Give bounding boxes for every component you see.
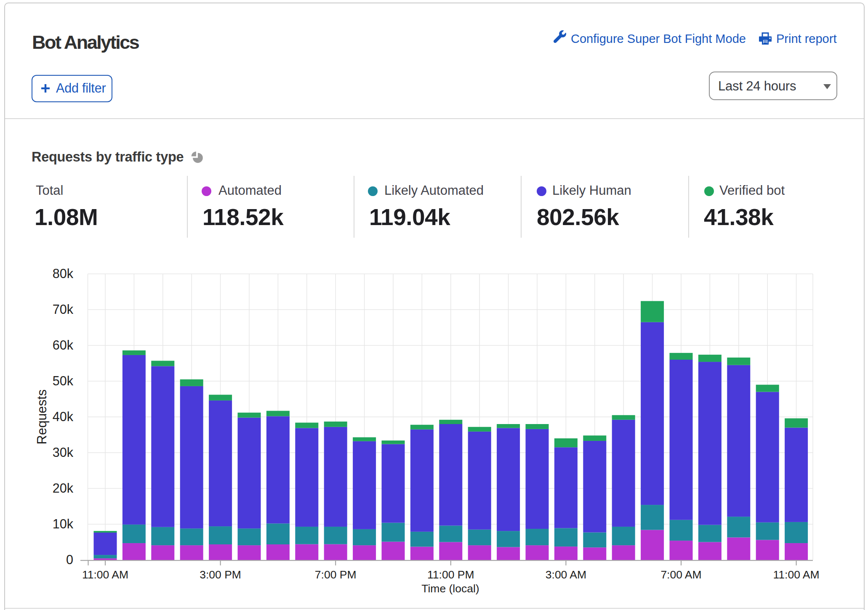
svg-text:11:00 AM: 11:00 AM xyxy=(82,568,128,581)
svg-text:10k: 10k xyxy=(53,517,74,531)
svg-text:3:00 AM: 3:00 AM xyxy=(546,568,586,581)
svg-text:11:00 AM: 11:00 AM xyxy=(773,568,820,581)
svg-text:30k: 30k xyxy=(53,445,74,459)
svg-text:60k: 60k xyxy=(53,338,74,352)
svg-text:Requests: Requests xyxy=(35,390,49,445)
svg-text:80k: 80k xyxy=(53,266,74,281)
svg-text:11:00 PM: 11:00 PM xyxy=(427,568,474,581)
svg-text:70k: 70k xyxy=(53,302,74,316)
svg-text:3:00 PM: 3:00 PM xyxy=(200,568,241,581)
svg-text:7:00 PM: 7:00 PM xyxy=(315,568,357,581)
svg-text:0: 0 xyxy=(66,552,73,567)
svg-text:Time (local): Time (local) xyxy=(421,582,479,595)
svg-text:7:00 AM: 7:00 AM xyxy=(660,568,701,581)
svg-text:20k: 20k xyxy=(53,481,74,495)
svg-text:40k: 40k xyxy=(53,409,74,424)
svg-text:50k: 50k xyxy=(53,374,74,388)
